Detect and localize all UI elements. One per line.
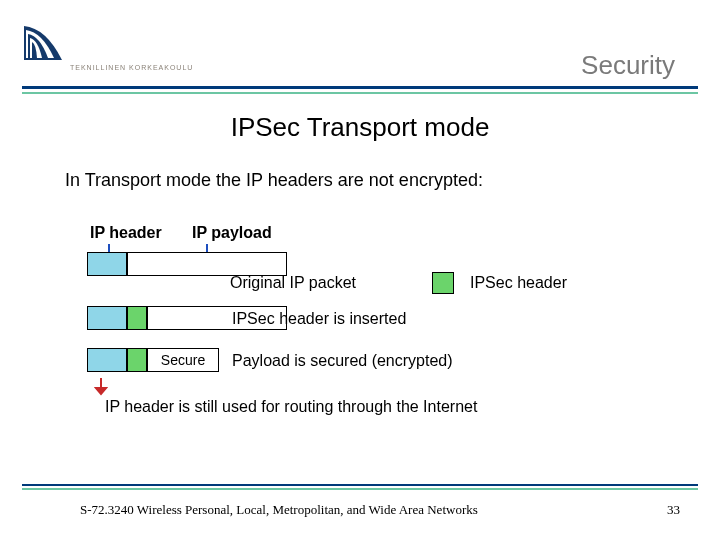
row1-ip-header	[87, 252, 127, 276]
label-ip-payload: IP payload	[192, 224, 272, 242]
bottom-note: IP header is still used for routing thro…	[105, 398, 680, 416]
fan-icon	[22, 22, 66, 62]
university-logo: TEKNILLINEN KORKEAKOULU	[22, 22, 222, 82]
arrow-down-icon	[94, 378, 108, 400]
label-ip-header: IP header	[90, 224, 162, 242]
bottom-divider	[22, 484, 698, 486]
slide: TEKNILLINEN KORKEAKOULU Security IPSec T…	[0, 0, 720, 540]
secure-label: Secure	[161, 352, 205, 368]
caption-row3: Payload is secured (encrypted)	[232, 352, 453, 370]
footer-course: S-72.3240 Wireless Personal, Local, Metr…	[80, 502, 478, 518]
row2-ip-header	[87, 306, 127, 330]
row3-secure-payload: Secure	[147, 348, 219, 372]
legend-label-ipsec: IPSec header	[470, 274, 567, 292]
row2-ipsec-header	[127, 306, 147, 330]
page-title: IPSec Transport mode	[0, 112, 720, 143]
caption-row2: IPSec header is inserted	[232, 310, 406, 328]
section-title: Security	[581, 50, 675, 81]
legend-swatch-ipsec	[432, 272, 454, 294]
lead-text: In Transport mode the IP headers are not…	[65, 170, 680, 191]
row1-payload	[127, 252, 287, 276]
row3-ipsec-header	[127, 348, 147, 372]
caption-row1: Original IP packet	[230, 274, 356, 292]
row3-ip-header	[87, 348, 127, 372]
logo-caption: TEKNILLINEN KORKEAKOULU	[70, 64, 222, 71]
footer-page-number: 33	[667, 502, 680, 518]
top-divider	[22, 86, 698, 89]
